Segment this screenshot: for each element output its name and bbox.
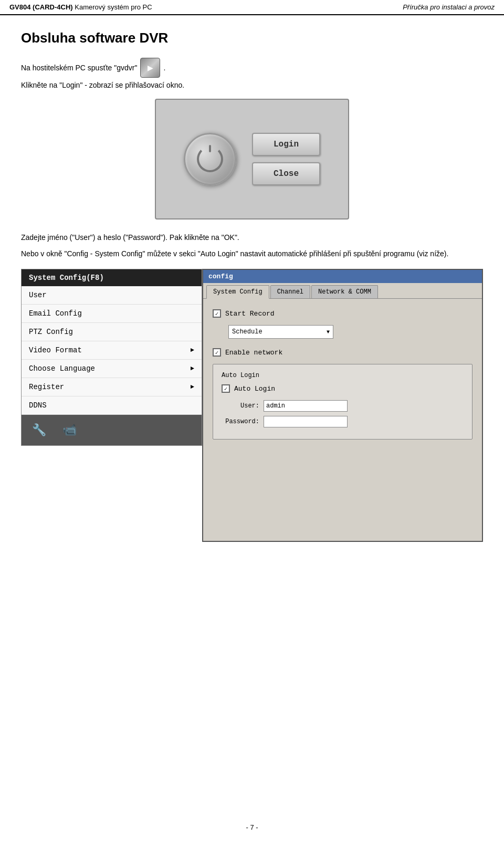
config-screenshot: System Config(F8) User Email Config PTZ … <box>21 269 483 542</box>
section-title: Obsluha software DVR <box>21 30 483 46</box>
tools-icon: 🔧 <box>29 420 49 440</box>
sidebar-footer: 🔧 📹 <box>22 415 202 445</box>
sidebar-menu: System Config(F8) User Email Config PTZ … <box>21 269 202 446</box>
sidebar-item-ddns[interactable]: DDNS <box>22 396 202 415</box>
sidebar-item-choose-language[interactable]: Choose Language ► <box>22 360 202 378</box>
schedule-row: Schedule ▼ <box>213 325 472 339</box>
start-record-row: ✓ Start Record <box>213 309 472 318</box>
header-product-bold: GV804 (CARD-4CH) <box>9 3 73 11</box>
auto-login-section: Auto Login ✓ Auto Login User: admin Pass… <box>213 364 472 440</box>
sidebar-header: System Config(F8) <box>22 269 202 286</box>
power-icon <box>197 146 223 172</box>
header-left: GV804 (CARD-4CH) Kamerový systém pro PC <box>9 3 152 11</box>
sidebar-item-user[interactable]: User <box>22 286 202 305</box>
main-content: Obsluha software DVR Na hostitelském PC … <box>0 15 504 572</box>
password-text: Zadejte jméno ("User") a heslo ("Passwor… <box>21 232 483 243</box>
auto-login-checkbox-row: ✓ Auto Login <box>222 384 464 393</box>
password-input[interactable] <box>264 416 348 427</box>
intro-text-dot: . <box>163 64 165 72</box>
start-record-checkbox[interactable]: ✓ <box>213 309 221 318</box>
login-dialog-wrapper: Login Close <box>21 99 483 219</box>
sidebar-item-register[interactable]: Register ► <box>22 378 202 396</box>
intro-line1: Na hostitelském PC spusťte "gvdvr" . <box>21 58 483 78</box>
login-button[interactable]: Login <box>252 133 320 156</box>
dropdown-arrow-icon: ▼ <box>327 329 330 335</box>
intro-text-2: Klikněte na "Login" - zobrazí se přihlaš… <box>21 81 184 89</box>
intro-line2: Klikněte na "Login" - zobrazí se přihlaš… <box>21 81 483 89</box>
password-label: Password: <box>222 418 259 425</box>
page-footer: - 7 - <box>0 823 504 831</box>
config-text: Nebo v okně "Config - System Config" můž… <box>21 248 483 259</box>
tab-network-comm[interactable]: Network & COMM <box>311 285 378 298</box>
password-field-row: Password: <box>222 416 464 427</box>
power-button <box>184 133 236 185</box>
enable-network-row: ✓ Enable network <box>213 348 472 357</box>
camera-icon: 📹 <box>59 420 79 440</box>
page-header: GV804 (CARD-4CH) Kamerový systém pro PC … <box>0 0 504 15</box>
config-panel-header: config <box>203 270 482 283</box>
auto-login-checkbox[interactable]: ✓ <box>222 384 230 393</box>
sidebar-item-email-config[interactable]: Email Config <box>22 305 202 323</box>
arrow-icon: ► <box>191 347 194 354</box>
user-field-row: User: admin <box>222 400 464 412</box>
sidebar-item-video-format[interactable]: Video Format ► <box>22 341 202 360</box>
gvdvr-icon <box>140 58 160 78</box>
enable-network-label: Enable network <box>225 349 282 357</box>
user-input[interactable]: admin <box>264 400 348 412</box>
arrow-icon: ► <box>191 383 194 391</box>
header-right: Příručka pro instalaci a provoz <box>403 3 495 11</box>
config-body: ✓ Start Record Schedule ▼ ✓ Enable netwo… <box>203 299 482 457</box>
page-number: - 7 - <box>246 823 258 831</box>
close-button[interactable]: Close <box>252 162 320 185</box>
config-panel: config System Config Channel Network & C… <box>202 269 483 542</box>
intro-text-1: Na hostitelském PC spusťte "gvdvr" <box>21 64 137 72</box>
tab-channel[interactable]: Channel <box>270 285 310 298</box>
arrow-icon: ► <box>191 365 194 372</box>
schedule-value: Schedule <box>232 328 262 336</box>
login-buttons: Login Close <box>252 133 320 185</box>
tab-system-config[interactable]: System Config <box>206 285 269 299</box>
schedule-dropdown[interactable]: Schedule ▼ <box>228 325 333 339</box>
config-tabs: System Config Channel Network & COMM <box>203 283 482 299</box>
enable-network-checkbox[interactable]: ✓ <box>213 348 221 357</box>
login-dialog: Login Close <box>155 99 349 219</box>
user-label: User: <box>222 402 259 410</box>
start-record-label: Start Record <box>225 310 275 318</box>
auto-login-label: Auto Login <box>234 385 275 393</box>
auto-login-title: Auto Login <box>222 372 464 379</box>
header-product-normal: Kamerový systém pro PC <box>73 3 152 11</box>
sidebar-item-ptz-config[interactable]: PTZ Config <box>22 323 202 341</box>
